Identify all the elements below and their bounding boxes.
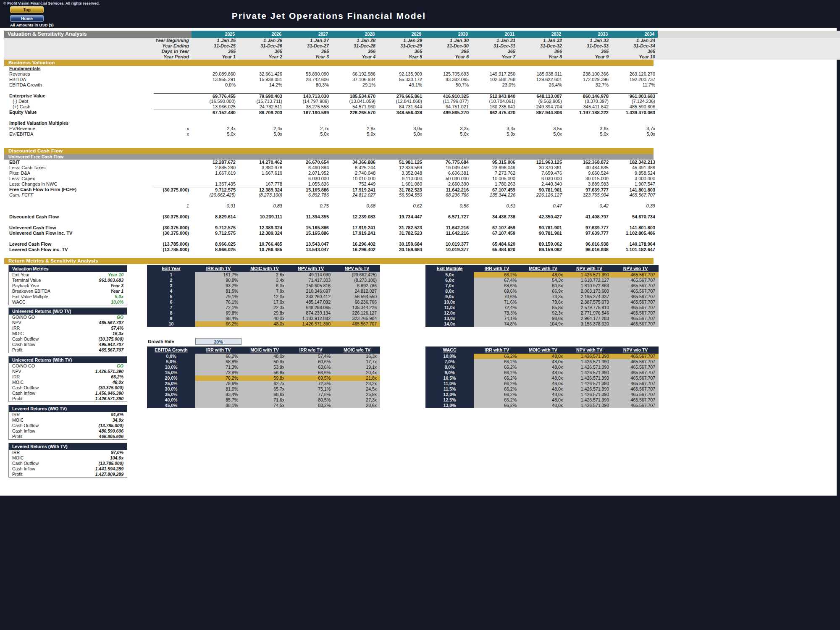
cell: 2.003.173.600 xyxy=(566,289,612,294)
cell: 1.426.571.390 xyxy=(566,397,612,403)
sensitivity-row: 13,0%66,2%48,0x1.426.571.390465.567.707 xyxy=(425,403,659,408)
row-revenues: Revenues29.089.86032.661.42653.890.09066… xyxy=(4,71,837,77)
cell: 465.567.707 xyxy=(612,365,659,370)
cell: 50,9x xyxy=(242,359,288,365)
cell: (11.796.077) xyxy=(425,99,471,104)
metric-label: Cash Inflow xyxy=(9,466,95,472)
cell: 56,8x xyxy=(242,370,288,375)
cell: 1.357.435 xyxy=(192,181,238,187)
cell: 365 xyxy=(285,49,331,54)
cell: (13.841.059) xyxy=(331,99,378,104)
sensitivity-row: 11,5%66,2%48,0x1.426.571.390465.567.707 xyxy=(425,386,659,392)
cell: 73,3x xyxy=(520,294,566,299)
cell: 0,51 xyxy=(471,203,518,209)
metric-value: (30.375.000) xyxy=(98,336,127,342)
metric-row-irr: IRR57,4% xyxy=(9,326,127,331)
cell: 874.239.134 xyxy=(288,310,334,316)
cell: 30.015.000 xyxy=(564,176,611,181)
cell: 68.236.766 xyxy=(425,192,471,198)
copyright-text: © Profit Vision Financial Services. All … xyxy=(3,1,100,5)
row-key-cell: 20,0% xyxy=(147,375,195,381)
cell: 182.342.213 xyxy=(611,160,658,165)
cell: 1.667.619 xyxy=(238,171,285,176)
row-key-cell: 10,5% xyxy=(425,375,474,381)
sensitivity-row: 10,5%66,2%48,0x1.426.571.390465.567.707 xyxy=(425,375,659,381)
cell: 77,8% xyxy=(288,392,334,397)
cell: 135.344.226 xyxy=(471,192,518,198)
cell: 0,0% xyxy=(192,82,238,88)
cell: 13.543.047 xyxy=(285,242,331,247)
cell: 12.389.324 xyxy=(238,225,285,231)
cell: 961.003.683 xyxy=(611,93,658,99)
row-cum-fcff: Cum. FCFF(20.662.425)(8.273.100)6.892.78… xyxy=(4,192,837,198)
valuation-table: Valuation & Sensitivity Analysis20252026… xyxy=(4,31,837,264)
cell: 74,8% xyxy=(474,321,520,327)
cell: 49,1% xyxy=(378,82,425,88)
cell: 141.801.803 xyxy=(611,225,658,231)
cell: 65.484.620 xyxy=(471,242,518,247)
metric-value: 5,0x xyxy=(115,294,127,299)
cell: 6.490.884 xyxy=(285,165,331,171)
cell: 60,6x xyxy=(520,283,566,289)
cell: 31-Dec-33 xyxy=(564,43,611,49)
cell: 48,0x xyxy=(520,354,566,359)
row-key-cell: 13,0x xyxy=(425,316,474,321)
cell: 226.126.127 xyxy=(334,310,380,316)
cell: 3.380.978 xyxy=(238,165,285,171)
metric-box-title: Levered Returns (With TV) xyxy=(9,443,127,450)
cell-year0 xyxy=(154,165,192,171)
cell: 48,0x xyxy=(520,375,566,381)
year-header-cell: 2030 xyxy=(425,31,471,38)
cell: 1.426.571.390 xyxy=(566,403,612,408)
cell: 72,1% xyxy=(195,305,242,310)
cell: 125.705.693 xyxy=(425,71,471,77)
cell: 0,83 xyxy=(238,203,285,209)
cell: 9.712.575 xyxy=(192,231,238,236)
top-button[interactable]: Top xyxy=(10,6,44,13)
cell: 13.543.047 xyxy=(285,247,331,252)
cell: 72,4% xyxy=(474,305,520,310)
sensitivity-row: 12,0%66,2%48,0x1.426.571.390465.567.707 xyxy=(425,392,659,397)
growth-rate-input[interactable]: 20% xyxy=(195,338,242,345)
row-less-capex: Less: Capex--6.030.00010.010.0009.110.00… xyxy=(4,176,837,181)
cell: 416.910.325 xyxy=(425,93,471,99)
spacer-row xyxy=(4,252,837,258)
metric-label: Profit xyxy=(9,347,99,353)
sensitivity-table-wacc: WACCIRR with TVMOIC with TVNPV with TVNP… xyxy=(425,346,659,408)
cell: 2,6x xyxy=(242,272,288,278)
row-label: Year Period xyxy=(4,54,192,60)
cell: 48,0x xyxy=(520,392,566,397)
cell: 30.159.684 xyxy=(378,247,425,252)
cell: 3,0x xyxy=(378,126,425,131)
cell: 465.567.707 xyxy=(612,305,659,310)
cell: 92,3x xyxy=(520,310,566,316)
cell: 1.183.912.882 xyxy=(288,316,334,321)
sensitivity-row: 45,0%88,1%74,5x83,2%28,6x xyxy=(147,403,380,408)
cell: 465.567.707 xyxy=(612,299,659,305)
cell: 27,3x xyxy=(334,397,380,403)
home-button[interactable]: Home xyxy=(10,15,44,22)
cell: 10.005.000 xyxy=(471,176,518,181)
row-key-cell: 40,0% xyxy=(147,397,195,403)
cell: 81,5% xyxy=(195,289,242,294)
cell: 66,2% xyxy=(474,365,520,370)
cell: 31-Dec-26 xyxy=(238,43,285,49)
column-header-npv-w-o-tv: NPV w/o TV xyxy=(612,265,659,272)
cell: (9.562.905) xyxy=(518,99,564,104)
cell: 276.665.861 xyxy=(378,93,425,99)
metric-label: MOIC xyxy=(9,331,113,336)
metric-box-title: Levered Returns (W/O TV) xyxy=(9,405,127,412)
cell: 5,0x xyxy=(471,131,518,137)
cell: 15.165.886 xyxy=(285,187,331,192)
cell: 66,2% xyxy=(474,397,520,403)
row-key-cell: 0,0% xyxy=(147,354,195,359)
cell: 10.766.485 xyxy=(238,247,285,252)
cell: 1-Jan-31 xyxy=(471,38,518,43)
cell: 79,1% xyxy=(195,294,242,299)
cell: 69,5% xyxy=(288,375,334,381)
cell: 185.534.670 xyxy=(331,93,378,99)
year-header-cell: 2034 xyxy=(611,31,658,38)
cell: 2.740.048 xyxy=(331,171,378,176)
row-label: Discounted Cash Flow xyxy=(4,214,154,220)
cell: 5,0x xyxy=(192,131,238,137)
